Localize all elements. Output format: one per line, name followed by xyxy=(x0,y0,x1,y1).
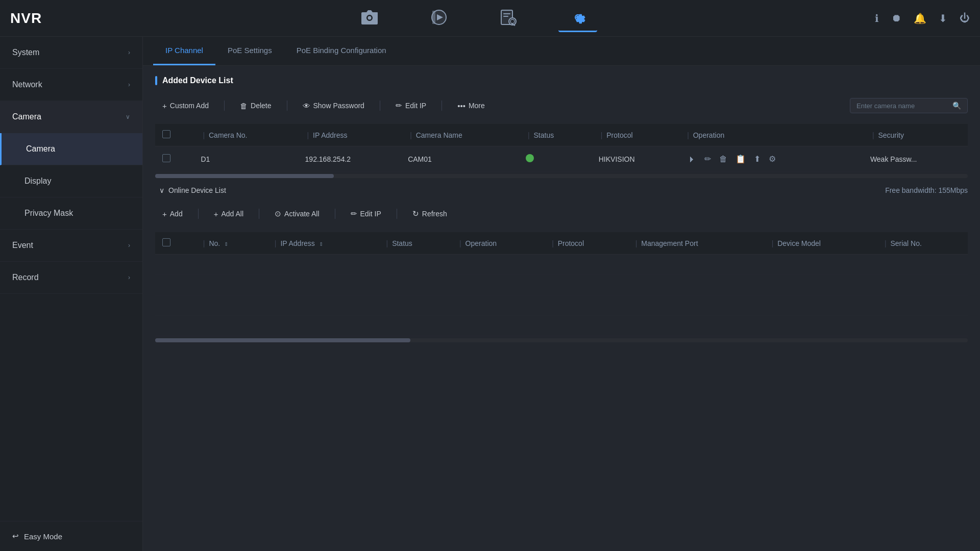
col-camera-no-label: Camera No. xyxy=(209,131,247,139)
nav-live-view[interactable] xyxy=(350,4,389,32)
op-copy-btn[interactable]: 📋 xyxy=(732,153,749,165)
col-operation-online-label: Operation xyxy=(465,239,497,247)
add-all-label: Add All xyxy=(221,210,243,218)
camera-icon xyxy=(360,8,379,27)
delete-button[interactable]: 🗑 Delete xyxy=(233,98,278,114)
op-upload-btn[interactable]: ⬆ xyxy=(751,153,764,165)
easy-mode-button[interactable]: ↩ Easy Mode xyxy=(0,521,142,551)
row-protocol: HIKVISION xyxy=(599,155,635,163)
svg-rect-4 xyxy=(432,11,435,24)
content-area: IP Channel PoE Settings PoE Binding Conf… xyxy=(143,37,980,551)
col-camera-name-label: Camera Name xyxy=(416,131,462,139)
app-logo: NVR xyxy=(10,10,42,27)
activate-icon: ⊙ xyxy=(275,209,281,218)
added-device-scrollbar-thumb[interactable] xyxy=(155,174,334,178)
col-ip: | IP Address ⇕ xyxy=(265,232,377,255)
power-icon[interactable]: ⏻ xyxy=(960,12,970,24)
plus-icon: + xyxy=(162,210,167,218)
delete-label: Delete xyxy=(251,102,271,110)
select-all-online-checkbox[interactable] xyxy=(162,238,170,246)
col-security: | Security xyxy=(863,124,968,146)
sidebar-item-display[interactable]: Display xyxy=(0,165,142,197)
tab-ip-channel[interactable]: IP Channel xyxy=(153,37,215,65)
col-camera-no: | Camera No. xyxy=(193,124,298,146)
row-ip-address-cell: 192.168.254.2 xyxy=(298,146,401,172)
record-status-icon[interactable]: ⏺ xyxy=(891,12,901,24)
refresh-icon: ↻ xyxy=(412,209,419,218)
add-button[interactable]: + Add xyxy=(155,206,190,222)
search-log-icon xyxy=(499,8,518,27)
col-mgmt-port-label: Management Port xyxy=(641,239,698,247)
custom-add-button[interactable]: + Custom Add xyxy=(155,98,216,114)
select-all-checkbox[interactable] xyxy=(162,130,170,138)
online-device-table: | No. ⇕ | IP Address ⇕ | Status | Operat… xyxy=(155,232,968,336)
sidebar-item-record[interactable]: Record › xyxy=(0,262,142,294)
more-icon: ••• xyxy=(457,102,465,110)
camera-search-input[interactable] xyxy=(856,102,948,110)
sidebar-item-system[interactable]: System › xyxy=(0,37,142,69)
sidebar-item-network[interactable]: Network › xyxy=(0,69,142,101)
chevron-right-icon: › xyxy=(128,81,130,88)
add-label: Add xyxy=(170,210,183,218)
more-button[interactable]: ••• More xyxy=(450,98,492,114)
tab-poe-settings[interactable]: PoE Settings xyxy=(215,37,284,65)
col-serial-no-label: Serial No. xyxy=(890,239,921,247)
sort-icon: ⇕ xyxy=(319,241,323,247)
camera-search-box[interactable]: 🔍 xyxy=(850,98,968,113)
search-icon[interactable]: 🔍 xyxy=(952,102,961,110)
chevron-right-icon: › xyxy=(128,242,130,249)
online-edit-ip-button[interactable]: ✏ Edit IP xyxy=(344,206,388,222)
col-no-label: No. xyxy=(209,239,220,247)
col-protocol-online-label: Protocol xyxy=(558,239,584,247)
col-operation: | Operation xyxy=(678,124,863,146)
separator xyxy=(224,101,225,111)
online-device-scrollbar-thumb[interactable] xyxy=(155,338,410,342)
col-no: | No. ⇕ xyxy=(194,232,265,255)
bell-icon[interactable]: 🔔 xyxy=(914,12,926,24)
chevron-right-icon: › xyxy=(128,274,130,281)
sidebar-item-event[interactable]: Event › xyxy=(0,230,142,262)
col-status-online: | Status xyxy=(377,232,450,255)
show-password-label: Show Password xyxy=(313,102,364,110)
sidebar-label-display: Display xyxy=(24,177,51,186)
refresh-button[interactable]: ↻ Refresh xyxy=(405,206,454,222)
nav-playback[interactable] xyxy=(420,4,458,32)
col-operation-label: Operation xyxy=(693,131,724,139)
sidebar-item-camera[interactable]: Camera ∨ xyxy=(0,101,142,133)
activate-all-button[interactable]: ⊙ Activate All xyxy=(267,206,326,222)
added-device-scrollbar[interactable] xyxy=(155,174,968,178)
empty-row-1 xyxy=(155,255,968,275)
bandwidth-info: Free bandwidth: 155Mbps xyxy=(885,186,968,194)
show-password-button[interactable]: 👁 Show Password xyxy=(296,98,372,114)
added-device-title: Added Device List xyxy=(162,76,233,85)
separator xyxy=(442,101,442,111)
collapse-online-btn[interactable]: ∨ xyxy=(159,186,164,194)
info-icon[interactable]: ℹ xyxy=(875,12,879,24)
add-all-button[interactable]: + Add All xyxy=(207,206,251,222)
edit-icon: ✏ xyxy=(396,101,402,110)
op-edit-btn[interactable]: ✏ xyxy=(701,153,714,165)
sidebar-item-camera-sub[interactable]: Camera xyxy=(0,133,142,165)
op-start-btn[interactable]: ⏵ xyxy=(685,153,699,165)
nav-settings[interactable] xyxy=(558,4,597,32)
col-camera-name: | Camera Name xyxy=(401,124,519,146)
added-device-table: | Camera No. | IP Address | Camera Name … xyxy=(155,124,968,172)
op-settings-btn[interactable]: ⚙ xyxy=(766,153,779,165)
online-device-scrollbar[interactable] xyxy=(155,338,968,342)
row-security-cell: Weak Passw... xyxy=(863,146,968,172)
added-device-table-body: D1 192.168.254.2 CAM01 HIKVISION ⏵ ✏ 🗑 📋… xyxy=(155,146,968,172)
edit-ip-button[interactable]: ✏ Edit IP xyxy=(388,97,433,114)
tab-poe-binding[interactable]: PoE Binding Configuration xyxy=(284,37,399,65)
online-device-title: Online Device List xyxy=(168,186,226,194)
download-icon[interactable]: ⬇ xyxy=(939,12,947,24)
row-checkbox[interactable] xyxy=(162,154,170,162)
row-protocol-cell: HIKVISION xyxy=(592,146,678,172)
sidebar-item-privacy-mask[interactable]: Privacy Mask xyxy=(0,197,142,230)
nav-search[interactable] xyxy=(489,4,528,32)
col-ip-online-label: IP Address xyxy=(280,239,314,247)
online-device-header-row: | No. ⇕ | IP Address ⇕ | Status | Operat… xyxy=(155,232,968,255)
col-device-model: | Device Model xyxy=(763,232,875,255)
sidebar-label-record: Record xyxy=(12,273,39,282)
op-delete-btn[interactable]: 🗑 xyxy=(716,153,730,165)
online-device-toolbar: + Add + Add All ⊙ Activate All ✏ Edit IP xyxy=(155,202,968,226)
